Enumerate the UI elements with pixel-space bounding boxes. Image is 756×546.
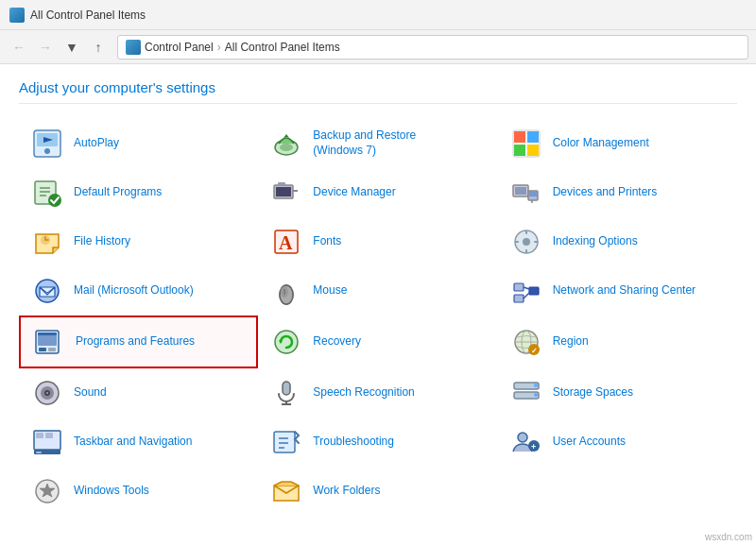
default-label: Default Programs bbox=[74, 185, 162, 200]
item-windows[interactable]: Windows Tools bbox=[19, 467, 258, 516]
indexing-label: Indexing Options bbox=[553, 234, 638, 249]
indexing-icon bbox=[509, 225, 543, 259]
item-history[interactable]: File History bbox=[19, 217, 258, 266]
main-content: Adjust your computer's settings AutoPlay bbox=[0, 64, 756, 546]
svg-point-29 bbox=[523, 238, 530, 246]
item-sound[interactable]: Sound bbox=[19, 368, 258, 418]
item-devices[interactable]: Devices and Printers bbox=[498, 168, 737, 217]
item-recovery[interactable]: Recovery bbox=[258, 316, 497, 368]
svg-text:A: A bbox=[279, 232, 293, 253]
svg-point-68 bbox=[534, 393, 538, 397]
devices-icon bbox=[509, 176, 543, 210]
svg-rect-30 bbox=[525, 230, 527, 234]
devicemgr-label: Device Manager bbox=[313, 185, 395, 200]
svg-rect-43 bbox=[529, 287, 539, 295]
work-icon bbox=[269, 474, 303, 508]
speech-icon bbox=[269, 376, 303, 410]
item-region[interactable]: ✓ Region bbox=[498, 316, 737, 368]
back-button[interactable]: ← bbox=[8, 36, 30, 59]
history-label: File History bbox=[74, 234, 130, 249]
item-work[interactable]: Work Folders bbox=[258, 467, 497, 516]
taskbar-label: Taskbar and Navigation bbox=[74, 435, 192, 450]
forward-button[interactable]: → bbox=[34, 36, 57, 59]
sound-label: Sound bbox=[74, 385, 107, 401]
item-programs[interactable]: Programs and Features bbox=[19, 316, 258, 368]
svg-point-5 bbox=[280, 144, 293, 151]
item-autoplay[interactable]: AutoPlay bbox=[19, 119, 258, 168]
troubleshoot-label: Troubleshooting bbox=[313, 435, 394, 450]
svg-point-2 bbox=[44, 148, 50, 154]
programs-icon bbox=[32, 325, 66, 359]
svg-rect-23 bbox=[529, 192, 537, 196]
item-indexing[interactable]: Indexing Options bbox=[498, 217, 737, 266]
svg-rect-62 bbox=[283, 382, 290, 395]
history-icon bbox=[30, 225, 64, 259]
item-storage[interactable]: Storage Spaces bbox=[498, 368, 737, 418]
breadcrumb-control-panel[interactable]: Control Panel bbox=[145, 41, 214, 54]
storage-icon bbox=[509, 376, 543, 410]
item-taskbar[interactable]: Taskbar and Navigation bbox=[19, 418, 258, 467]
windows-label: Windows Tools bbox=[74, 484, 149, 499]
autoplay-label: AutoPlay bbox=[74, 136, 119, 151]
watermark: wsxdn.com bbox=[705, 532, 752, 542]
mail-label: Mail (Microsoft Outlook) bbox=[74, 283, 194, 299]
network-icon bbox=[509, 274, 543, 308]
breadcrumb-icon bbox=[126, 40, 141, 55]
devices-label: Devices and Printers bbox=[553, 185, 658, 200]
storage-label: Storage Spaces bbox=[553, 385, 633, 401]
mouse-icon bbox=[269, 274, 303, 308]
svg-rect-73 bbox=[45, 433, 53, 438]
fonts-icon: A bbox=[269, 225, 303, 259]
svg-point-78 bbox=[518, 433, 527, 442]
sound-icon bbox=[30, 376, 64, 410]
page-heading: Adjust your computer's settings bbox=[19, 79, 737, 104]
programs-label: Programs and Features bbox=[76, 334, 195, 350]
recovery-icon bbox=[269, 325, 303, 359]
item-fonts[interactable]: A Fonts bbox=[258, 217, 497, 266]
item-network[interactable]: Network and Sharing Center bbox=[498, 266, 737, 316]
nav-bar: ← → ▼ ↑ Control Panel › All Control Pane… bbox=[0, 30, 756, 64]
windows-icon bbox=[30, 474, 64, 508]
svg-rect-50 bbox=[48, 348, 56, 351]
svg-rect-8 bbox=[527, 131, 539, 143]
item-default[interactable]: Default Programs bbox=[19, 168, 258, 217]
svg-rect-7 bbox=[514, 131, 525, 143]
user-icon: + bbox=[509, 425, 543, 459]
fonts-label: Fonts bbox=[313, 234, 341, 249]
up-button[interactable]: ↑ bbox=[87, 36, 110, 59]
breadcrumb-bar: Control Panel › All Control Panel Items bbox=[117, 35, 748, 60]
default-icon bbox=[30, 176, 64, 210]
svg-point-67 bbox=[534, 384, 538, 387]
items-grid: AutoPlay Backup and Restore(Windows 7) bbox=[19, 119, 737, 516]
item-color[interactable]: Color Management bbox=[498, 119, 737, 168]
speech-label: Speech Recognition bbox=[313, 385, 414, 401]
svg-line-45 bbox=[524, 293, 529, 299]
title-bar-icon bbox=[9, 8, 25, 23]
svg-point-51 bbox=[275, 331, 298, 353]
devicemgr-icon bbox=[269, 176, 303, 210]
mouse-label: Mouse bbox=[313, 283, 347, 299]
mail-icon bbox=[30, 274, 64, 308]
svg-text:+: + bbox=[531, 442, 536, 452]
svg-rect-41 bbox=[514, 283, 524, 291]
taskbar-icon bbox=[30, 425, 64, 459]
breadcrumb-all-items[interactable]: All Control Panel Items bbox=[225, 41, 340, 54]
svg-rect-32 bbox=[515, 241, 519, 243]
item-mail[interactable]: Mail (Microsoft Outlook) bbox=[19, 266, 258, 316]
item-mouse[interactable]: Mouse bbox=[258, 266, 497, 316]
item-backup[interactable]: Backup and Restore(Windows 7) bbox=[258, 119, 497, 168]
item-devicemgr[interactable]: Device Manager bbox=[258, 168, 497, 217]
svg-text:✓: ✓ bbox=[531, 347, 538, 355]
region-icon: ✓ bbox=[509, 325, 543, 359]
color-label: Color Management bbox=[553, 136, 649, 151]
recent-button[interactable]: ▼ bbox=[60, 36, 83, 59]
svg-rect-10 bbox=[527, 145, 539, 156]
title-bar-text: All Control Panel Items bbox=[30, 9, 146, 22]
item-troubleshoot[interactable]: Troubleshooting bbox=[258, 418, 497, 467]
autoplay-icon bbox=[30, 127, 64, 161]
svg-rect-71 bbox=[36, 452, 42, 453]
item-speech[interactable]: Speech Recognition bbox=[258, 368, 497, 418]
item-user[interactable]: + User Accounts bbox=[498, 418, 737, 467]
backup-icon bbox=[269, 127, 303, 161]
troubleshoot-icon bbox=[269, 425, 303, 459]
